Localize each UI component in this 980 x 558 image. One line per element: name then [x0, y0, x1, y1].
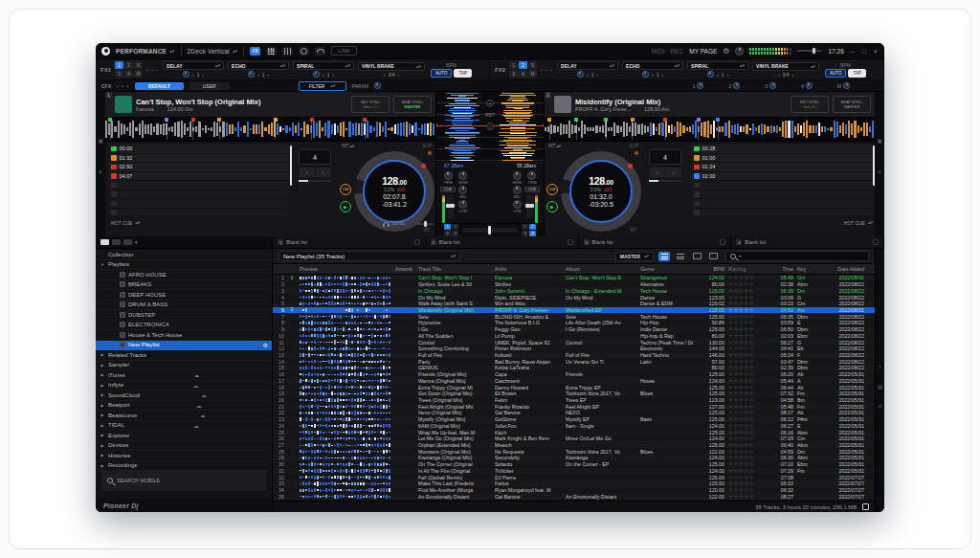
preview-waveform[interactable]	[300, 481, 391, 486]
sidebar-item[interactable]: ▶ iTunes ☁	[96, 370, 272, 381]
expand-arrow-icon[interactable]: ▶	[100, 423, 105, 428]
level-slider[interactable]	[409, 223, 434, 225]
bpm-tap-button[interactable]: TAP	[454, 69, 471, 78]
high-eq-knob[interactable]	[458, 171, 467, 180]
layout-select[interactable]: 2Deck Vertical▴▾	[188, 48, 238, 55]
preview-waveform[interactable]	[300, 301, 391, 306]
cue-marker[interactable]	[574, 118, 578, 122]
fx-panel-icon[interactable]: FX	[250, 47, 260, 56]
cue-point-row[interactable]	[109, 209, 290, 218]
cell-rating[interactable]: ☆☆☆☆☆	[726, 410, 770, 415]
artwork-panel-icon[interactable]: ▤	[878, 384, 882, 390]
sidebar-item[interactable]: New Playlist ⚙	[96, 341, 272, 351]
table-row[interactable]: 30 On The Corner (Original Solardo On th…	[273, 461, 875, 468]
fx1-slot2-select[interactable]: ECHO▴▾	[228, 61, 289, 70]
cell-rating[interactable]: ☆☆☆☆☆	[726, 307, 770, 313]
cue-marker[interactable]	[663, 118, 667, 122]
table-row[interactable]: 33 Make This Last (Frederic Farius 125.0…	[273, 480, 875, 487]
table-row[interactable]: 2 Skrillex, Susie Lee & Sil Skrillex Alt…	[273, 281, 875, 288]
cloud-sync-icon[interactable]: ☁	[193, 382, 199, 389]
cell-rating[interactable]: ☆☆☆☆☆	[726, 275, 770, 280]
deck2-waveform[interactable]	[545, 117, 875, 142]
sidebar-item[interactable]: ▶ Beatsource ☁	[96, 411, 272, 421]
export-icon[interactable]	[862, 503, 869, 510]
grid-view-icon[interactable]	[658, 252, 670, 261]
fx1-slot1-select[interactable]: DELAY▴▾	[163, 61, 224, 70]
cue-point-row[interactable]: 00:00	[109, 145, 290, 154]
cfx-channel-knob[interactable]	[769, 82, 776, 89]
table-row[interactable]: 23 Mystify (Original Mix) GotSome Mystif…	[273, 416, 875, 423]
sidebar-item[interactable]: ▶ SoundCloud ☁	[96, 391, 272, 401]
sidebar-item[interactable]: ▶ TIDAL ☁	[96, 421, 272, 432]
fx-assign-button[interactable]: 4	[519, 70, 527, 78]
cue-point-row[interactable]	[692, 199, 873, 209]
fx-assign-button[interactable]: 2	[124, 61, 133, 69]
cell-rating[interactable]: ☆☆☆☆☆	[726, 461, 770, 467]
panel-toggle-icon[interactable]: ≡	[879, 168, 881, 174]
mixer-panel-icon[interactable]	[282, 47, 293, 56]
trim-knob[interactable]	[527, 171, 536, 180]
cue-point-row[interactable]	[109, 181, 290, 190]
fx-assign-button[interactable]: S	[528, 61, 537, 69]
cfx-filter-select[interactable]: FILTER▴▾	[299, 81, 346, 91]
cue-button[interactable]: CUE	[546, 184, 558, 195]
preview-waveform[interactable]	[300, 469, 391, 474]
preview-waveform[interactable]	[300, 449, 391, 454]
jog-wheel[interactable]: 128.00 3.2%±10 02:07.8 -03:41.2	[354, 151, 434, 232]
cfx-channel-knob[interactable]	[733, 82, 740, 89]
expand-arrow-icon[interactable]: ▶	[100, 392, 105, 397]
cloud-sync-icon[interactable]: ☁	[193, 422, 199, 429]
table-row[interactable]: 8 Hypnotize The Notorious B.I.G. Life Af…	[273, 320, 875, 326]
cell-rating[interactable]: ☆☆☆☆☆	[726, 333, 770, 339]
cue-point-row[interactable]	[692, 209, 873, 218]
table-row[interactable]: 28 Monsters (Original Mix) No Requests T…	[273, 448, 875, 455]
cell-rating[interactable]: ☆☆☆☆☆	[726, 314, 770, 320]
preview-waveform[interactable]	[300, 314, 391, 319]
deck1-waveform[interactable]	[105, 117, 435, 142]
pad-panel-icon[interactable]	[266, 47, 277, 56]
slip-button[interactable]: SLIP	[422, 144, 432, 148]
vertical-waveforms[interactable]: +RST−	[436, 92, 544, 162]
preview-waveform[interactable]	[300, 289, 391, 294]
cue-marker[interactable]	[274, 118, 278, 122]
col-preview[interactable]: Preview	[298, 266, 393, 272]
preview-waveform[interactable]	[300, 488, 391, 493]
fx-assign-button[interactable]: M	[528, 70, 537, 78]
high-eq-knob[interactable]	[513, 171, 522, 180]
preview-waveform[interactable]	[300, 430, 391, 435]
mid-eq-knob[interactable]	[458, 186, 467, 194]
cue-point-row[interactable]: 01:32	[109, 154, 290, 164]
fx-assign-button[interactable]: M	[134, 70, 143, 78]
table-row[interactable]: 10 All The Sudden Lil Pump Hip-hop & Rap…	[273, 332, 875, 339]
preview-waveform[interactable]	[300, 353, 391, 358]
table-row[interactable]: 19 Get Down (Original Mix) Eli Brown Too…	[273, 391, 875, 397]
tag-view-icon[interactable]	[112, 239, 121, 245]
zoom-in-button[interactable]: +	[486, 100, 494, 107]
preview-waveform[interactable]	[300, 398, 391, 403]
blank-list-tab[interactable]: 2Blank list	[426, 236, 579, 248]
beats-right[interactable]: ›	[202, 72, 204, 78]
rec-panel-icon[interactable]	[315, 47, 325, 56]
channel-fader[interactable]	[447, 195, 454, 218]
table-row[interactable]: 5 Walk Away (with Saint S Win and Woo Da…	[273, 301, 875, 307]
cfx-channel-knob[interactable]	[843, 82, 850, 89]
table-row[interactable]: 31 In All The Fire (Original Tinlicker 1…	[273, 468, 875, 475]
cue-marker[interactable]	[363, 118, 367, 122]
table-row[interactable]: 18 Extra Trippy (Original Mi Danny Howar…	[273, 384, 875, 391]
sidebar-item[interactable]: House & Tech House	[96, 330, 272, 341]
sidebar-item[interactable]: DUBSTEP	[96, 310, 272, 321]
preview-waveform[interactable]	[300, 417, 391, 422]
mode-stepper-icon[interactable]: ▴▾	[169, 49, 174, 54]
col-album[interactable]: Album	[564, 266, 638, 272]
preview-waveform[interactable]	[300, 340, 391, 345]
table-row[interactable]: 15 GENIUS Kelow LaTesha 80.00 ☆☆☆☆☆ 02:3…	[273, 365, 875, 371]
sidebar-item[interactable]: ▶ Histories	[96, 451, 272, 461]
play-button[interactable]: ▶	[546, 201, 558, 212]
fx-assign-button[interactable]: 2	[519, 61, 527, 69]
cue-marker[interactable]	[716, 118, 720, 122]
fx2-slot3-select[interactable]: SPIRAL▴▾	[687, 61, 748, 70]
preview-waveform[interactable]	[300, 282, 391, 287]
cell-rating[interactable]: ☆☆☆☆☆	[726, 320, 770, 325]
trim-knob[interactable]	[444, 171, 453, 180]
preview-waveform[interactable]	[300, 456, 391, 460]
